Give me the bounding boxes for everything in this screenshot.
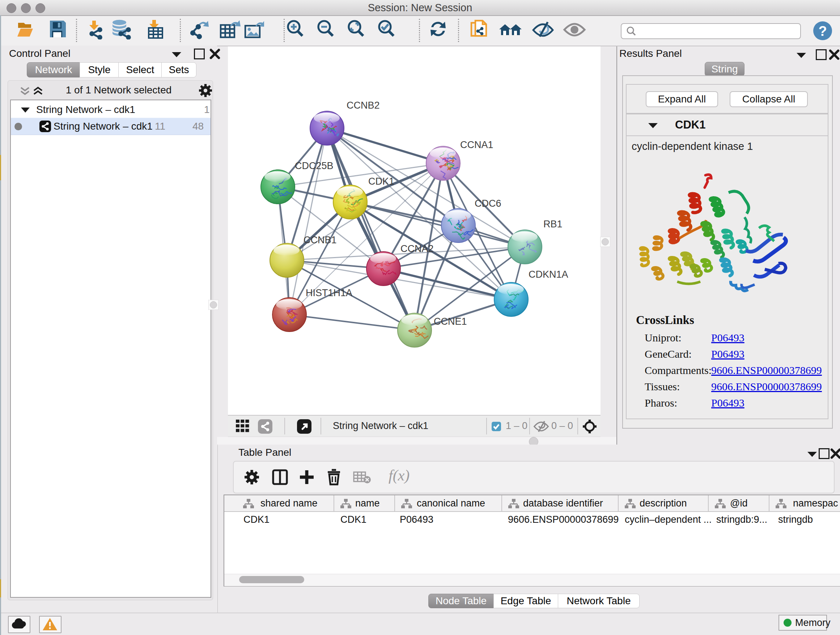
svg-text:CDC25B: CDC25B [295, 160, 333, 171]
svg-text:CDKN1A: CDKN1A [529, 269, 568, 280]
svg-text:CDC6: CDC6 [475, 198, 501, 209]
svg-text:CCNA2: CCNA2 [401, 243, 434, 254]
svg-text:RB1: RB1 [543, 219, 562, 230]
svg-text:?: ? [818, 24, 827, 39]
svg-text:CCNB1: CCNB1 [303, 234, 337, 245]
svg-text:CDK1: CDK1 [368, 176, 394, 187]
svg-text:CCNE1: CCNE1 [434, 316, 467, 327]
svg-text:HIST1H1A: HIST1H1A [306, 287, 352, 298]
svg-text:CCNB2: CCNB2 [347, 100, 380, 111]
svg-text:CCNA1: CCNA1 [460, 139, 493, 150]
